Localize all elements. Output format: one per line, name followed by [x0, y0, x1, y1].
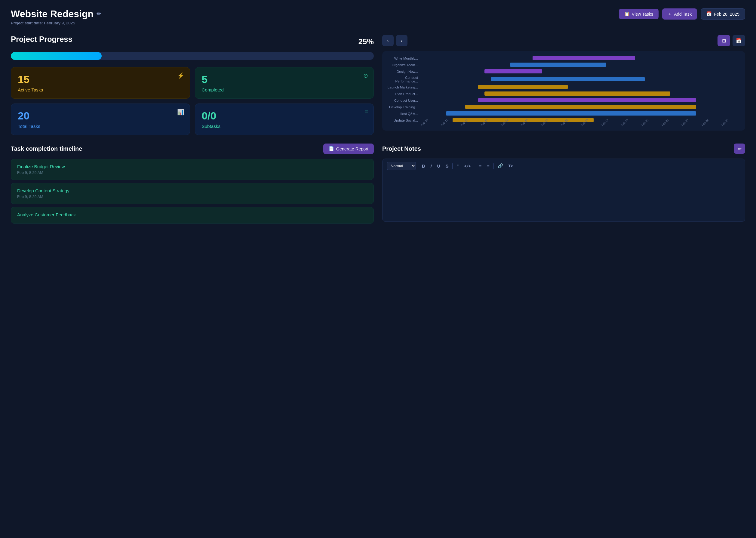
gantt-row-label: Plan Product... — [386, 92, 418, 96]
task-item-title: Finalize Budget Review — [17, 164, 367, 169]
generate-report-button[interactable]: 📄 Generate Report — [323, 143, 374, 154]
gantt-row: Launch Marketing... — [386, 85, 741, 90]
notes-section: Project Notes ✏ Normal Heading 1 Heading… — [382, 143, 745, 227]
italic-button[interactable]: I — [428, 162, 434, 170]
style-select[interactable]: Normal Heading 1 Heading 2 — [387, 162, 416, 170]
add-task-button[interactable]: ＋ Add Task — [662, 8, 697, 20]
project-title-text: Website Redesign — [11, 8, 94, 20]
gantt-row-label: Conduct Performance... — [386, 76, 418, 83]
notes-toolbar: Normal Heading 1 Heading 2 B I U S " </>… — [383, 159, 745, 173]
stats-grid: ⚡ 15 Active Tasks ⊙ 5 Completed 📊 20 Tot… — [11, 67, 374, 135]
report-icon: 📄 — [329, 146, 334, 151]
bottom-grid: Task completion timeline 📄 Generate Repo… — [11, 143, 745, 227]
progress-header: Project Progress 25% — [11, 35, 374, 48]
total-tasks-number: 20 — [18, 110, 183, 122]
toolbar-divider-2 — [452, 163, 452, 169]
stat-card-completed: ⊙ 5 Completed — [195, 67, 374, 99]
task-list: Finalize Budget ReviewFeb 9, 8:29 AMDeve… — [11, 159, 374, 224]
task-item-time: Feb 9, 8:29 AM — [17, 194, 367, 199]
toolbar-divider-4 — [494, 163, 494, 169]
notes-content[interactable] — [383, 173, 745, 221]
view-tasks-button[interactable]: 📋 View Tasks — [619, 9, 659, 19]
gantt-view-buttons: ⊞ 📅 — [718, 35, 745, 46]
gantt-bar — [478, 98, 696, 102]
edit-icon[interactable]: ✏ — [97, 11, 101, 17]
view-tasks-label: View Tasks — [632, 12, 653, 17]
stat-card-subtasks: ≡ 0/0 Subtasks — [195, 103, 374, 135]
lightning-icon: ⚡ — [177, 72, 184, 79]
gantt-bar — [485, 91, 670, 96]
toolbar-divider-1 — [418, 163, 418, 169]
clear-format-button[interactable]: Tx — [506, 163, 515, 169]
gantt-header: ‹ › ⊞ 📅 — [382, 35, 745, 46]
header: Website Redesign ✏ Project start date: F… — [11, 8, 745, 25]
gantt-bars-container — [420, 56, 741, 61]
unordered-list-button[interactable]: ≡ — [485, 162, 492, 170]
gantt-grid-view-button[interactable]: ⊞ — [718, 35, 730, 46]
active-tasks-number: 15 — [18, 74, 183, 85]
gantt-next-button[interactable]: › — [396, 35, 407, 46]
gantt-row-label: Design New... — [386, 70, 418, 74]
code-button[interactable]: </> — [462, 162, 473, 169]
date-label: Feb 28, 2025 — [714, 12, 739, 17]
ordered-list-button[interactable]: ≡ — [477, 162, 484, 170]
gantt-row-label: Launch Marketing... — [386, 85, 418, 89]
gantt-bars-container — [420, 63, 741, 67]
gantt-bars-container — [420, 105, 741, 110]
task-item[interactable]: Develop Content StrategyFeb 9, 8:29 AM — [11, 183, 374, 204]
task-item[interactable]: Finalize Budget ReviewFeb 9, 8:29 AM — [11, 159, 374, 180]
date-button[interactable]: 📅 Feb 28, 2025 — [701, 8, 745, 20]
gantt-bar — [533, 56, 635, 60]
check-circle-icon: ⊙ — [363, 72, 368, 79]
header-left: Website Redesign ✏ Project start date: F… — [11, 8, 101, 25]
gantt-bars-container — [420, 98, 741, 103]
gantt-bar — [478, 85, 568, 89]
task-item[interactable]: Analyze Customer Feedback — [11, 207, 374, 224]
gantt-bar — [452, 118, 593, 122]
header-actions: 📋 View Tasks ＋ Add Task 📅 Feb 28, 2025 — [619, 8, 745, 20]
total-tasks-label: Total Tasks — [18, 124, 183, 129]
gantt-row: Organize Team... — [386, 63, 741, 67]
project-subtitle: Project start date: February 9, 2025 — [11, 21, 101, 25]
list-icon: ≡ — [365, 109, 368, 115]
view-tasks-icon: 📋 — [624, 12, 630, 17]
gantt-row-label: Conduct User... — [386, 99, 418, 102]
task-item-time: Feb 9, 8:29 AM — [17, 170, 367, 175]
gantt-bars-container — [420, 85, 741, 90]
progress-bar-background — [11, 52, 374, 60]
gantt-date-labels: Feb 10Feb 11Feb 12Feb 13Feb 14Feb 15Feb … — [420, 125, 741, 128]
gantt-row: Write Monthly... — [386, 56, 741, 61]
timeline-section: Task completion timeline 📄 Generate Repo… — [11, 143, 374, 227]
gantt-bar — [510, 63, 606, 67]
stat-card-total-tasks: 📊 20 Total Tasks — [11, 103, 190, 135]
gantt-prev-button[interactable]: ‹ — [382, 35, 394, 46]
subtasks-label: Subtasks — [202, 124, 367, 129]
bold-button[interactable]: B — [420, 162, 427, 170]
gantt-calendar-view-button[interactable]: 📅 — [732, 35, 745, 46]
add-task-label: Add Task — [674, 12, 692, 17]
gantt-bars-container — [420, 91, 741, 96]
gantt-row-label: Update Social... — [386, 119, 418, 122]
gantt-bar — [491, 77, 645, 81]
gantt-row-label: Develop Training... — [386, 105, 418, 109]
gantt-row: Plan Product... — [386, 91, 741, 96]
calendar-icon: 📅 — [706, 12, 712, 17]
notes-editor: Normal Heading 1 Heading 2 B I U S " </>… — [382, 159, 745, 222]
left-panel: Project Progress 25% ⚡ 15 Active Tasks ⊙… — [11, 35, 374, 135]
page-title: Website Redesign ✏ — [11, 8, 101, 20]
progress-title: Project Progress — [11, 35, 72, 44]
bar-chart-icon: 📊 — [177, 109, 184, 116]
gantt-chart: Write Monthly...Organize Team...Design N… — [382, 51, 745, 131]
underline-button[interactable]: U — [435, 162, 442, 170]
quote-button[interactable]: " — [454, 162, 461, 170]
link-button[interactable]: 🔗 — [496, 162, 505, 170]
gantt-row-label: Write Monthly... — [386, 57, 418, 60]
notes-edit-button[interactable]: ✏ — [734, 143, 745, 154]
progress-percentage: 25% — [358, 37, 374, 46]
gantt-bar — [465, 105, 696, 109]
task-item-title: Analyze Customer Feedback — [17, 212, 367, 217]
timeline-title: Task completion timeline — [11, 145, 82, 152]
gantt-row: Host Q&A... — [386, 111, 741, 116]
strikethrough-button[interactable]: S — [444, 162, 451, 170]
right-panel: ‹ › ⊞ 📅 Write Monthly...Organize Team...… — [382, 35, 745, 135]
